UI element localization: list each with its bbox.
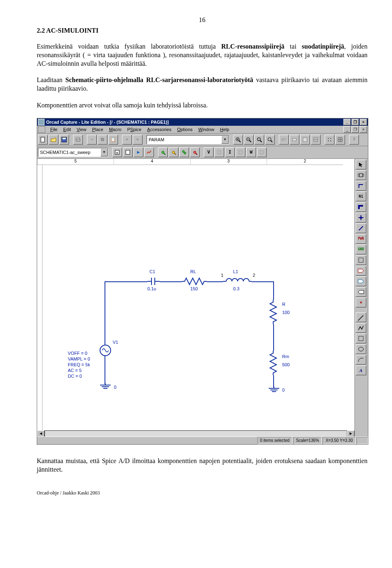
child-maximize-button[interactable]: ❐: [352, 126, 359, 133]
rm-value[interactable]: 500: [282, 362, 290, 367]
child-minimize-button[interactable]: _: [343, 126, 351, 133]
close-button[interactable]: ×: [360, 119, 367, 125]
v1-freq[interactable]: FREQ = 5k: [68, 362, 90, 367]
new-button[interactable]: [38, 135, 48, 145]
select-tool[interactable]: [356, 160, 366, 169]
place-text-icon[interactable]: A: [356, 365, 366, 375]
print-button[interactable]: [73, 135, 83, 145]
redo-button[interactable]: ↷: [133, 135, 143, 145]
menu-options[interactable]: Options: [175, 127, 195, 132]
edit-sim-profile-button[interactable]: [123, 147, 133, 157]
draw-arc-icon[interactable]: [356, 355, 366, 365]
l1-name[interactable]: L1: [233, 269, 238, 274]
r-value[interactable]: 100: [282, 310, 290, 315]
place-junction-icon[interactable]: [356, 213, 366, 223]
open-button[interactable]: [49, 135, 58, 145]
horizontal-scrollbar[interactable]: ◀ ▶: [37, 431, 354, 437]
snap-grid-button[interactable]: [325, 135, 334, 145]
v1-name[interactable]: V1: [113, 340, 118, 345]
drc-button[interactable]: [290, 135, 299, 145]
paste-button[interactable]: 📋: [108, 135, 118, 145]
c1-value[interactable]: 0.1u: [147, 286, 156, 291]
simulation-profile-dropdown[interactable]: SCHEMATIC1-ac_sweep ▼: [38, 148, 108, 157]
power-probe-button[interactable]: [190, 147, 200, 157]
copy-button[interactable]: ⧉: [98, 135, 107, 145]
place-noconnect-icon[interactable]: ×: [356, 298, 366, 307]
cut-button[interactable]: ✂: [87, 135, 97, 145]
help-button[interactable]: ?: [349, 135, 359, 145]
current-display-button[interactable]: I: [225, 147, 235, 157]
rl-name[interactable]: RL: [190, 269, 196, 274]
gnd-right-label[interactable]: 0: [282, 388, 285, 392]
zoom-out-button[interactable]: [244, 135, 254, 145]
menu-accessories[interactable]: Accessories: [145, 127, 174, 132]
chevron-down-icon[interactable]: ▼: [100, 148, 108, 156]
gnd-left-label[interactable]: 0: [114, 385, 116, 390]
annotate-u-button[interactable]: U?: [279, 135, 289, 145]
scroll-right-icon[interactable]: ▶: [347, 430, 354, 437]
l1-value[interactable]: 0.3: [233, 286, 239, 291]
part-dropdown[interactable]: PARAM ▼: [147, 135, 229, 144]
resistor-rl[interactable]: [182, 277, 207, 286]
vsource-v1[interactable]: [100, 345, 111, 356]
power-display-button[interactable]: W: [246, 147, 256, 157]
save-button[interactable]: [59, 135, 69, 145]
menu-help[interactable]: Help: [218, 127, 232, 132]
voltage-toggle-button[interactable]: [214, 147, 224, 157]
netlist-button[interactable]: [300, 135, 310, 145]
v1-vampl[interactable]: VAMPL = 0: [68, 356, 90, 361]
scroll-track[interactable]: [45, 430, 347, 437]
scroll-left-icon[interactable]: ◀: [37, 430, 45, 437]
v1-voff[interactable]: VOFF = 0: [68, 351, 87, 356]
r-name[interactable]: R: [282, 302, 285, 307]
zoom-fit-button[interactable]: [265, 135, 275, 145]
minimize-button[interactable]: _: [343, 119, 351, 125]
menu-window[interactable]: Window: [196, 127, 217, 132]
place-hier-block-icon[interactable]: [356, 255, 366, 265]
current-probe-button[interactable]: [169, 147, 178, 157]
schematic-canvas[interactable]: 5 4 3 2 C1 0.1u: [37, 159, 354, 437]
draw-ellipse-icon[interactable]: [356, 344, 366, 354]
menu-place[interactable]: Place: [89, 127, 106, 132]
voltage-probe-button[interactable]: [158, 147, 168, 157]
draw-polyline-icon[interactable]: [356, 323, 366, 333]
menu-edit[interactable]: Edit: [61, 127, 74, 132]
child-close-button[interactable]: ×: [360, 126, 367, 133]
draw-rect-icon[interactable]: [356, 334, 366, 343]
menu-view[interactable]: View: [74, 127, 89, 132]
rl-value[interactable]: 150: [190, 286, 198, 291]
undo-button[interactable]: ↶: [122, 135, 132, 145]
power-toggle-button[interactable]: [257, 147, 267, 157]
diff-probe-button[interactable]: [179, 147, 189, 157]
new-sim-profile-button[interactable]: +: [112, 147, 122, 157]
current-toggle-button[interactable]: [236, 147, 245, 157]
place-part-icon[interactable]: [356, 170, 366, 180]
place-hier-port-icon[interactable]: [356, 266, 366, 276]
place-bus-icon[interactable]: [356, 202, 366, 212]
place-wire-icon[interactable]: [356, 181, 366, 191]
v1-dc[interactable]: DC = 0: [68, 374, 82, 379]
ground-left[interactable]: [98, 383, 112, 391]
view-results-button[interactable]: [144, 147, 154, 157]
place-offpage-icon[interactable]: [356, 287, 366, 297]
v1-ac[interactable]: AC = 5: [68, 368, 82, 373]
place-busentry-icon[interactable]: [356, 223, 366, 233]
crossref-button[interactable]: [311, 135, 321, 145]
zoom-area-button[interactable]: [254, 135, 264, 145]
place-ground-icon[interactable]: GND: [356, 245, 366, 254]
resistor-r[interactable]: [269, 300, 278, 324]
place-hier-pin-icon[interactable]: [356, 276, 366, 286]
menu-pspice[interactable]: PSpice: [125, 127, 144, 132]
inductor-l1[interactable]: [223, 276, 252, 286]
ground-right[interactable]: [267, 387, 281, 394]
zoom-in-button[interactable]: [233, 135, 243, 145]
menu-file[interactable]: File: [48, 127, 60, 132]
run-button[interactable]: ▶: [134, 147, 143, 157]
menu-macro[interactable]: Macro: [107, 127, 124, 132]
resistor-rm[interactable]: [269, 351, 278, 375]
capacitor-c1[interactable]: [147, 276, 160, 287]
place-netalias-icon[interactable]: N1: [356, 192, 366, 201]
rm-name[interactable]: Rm: [282, 354, 289, 359]
chevron-down-icon[interactable]: ▼: [221, 136, 229, 144]
toggle-grid-button[interactable]: [335, 135, 345, 145]
